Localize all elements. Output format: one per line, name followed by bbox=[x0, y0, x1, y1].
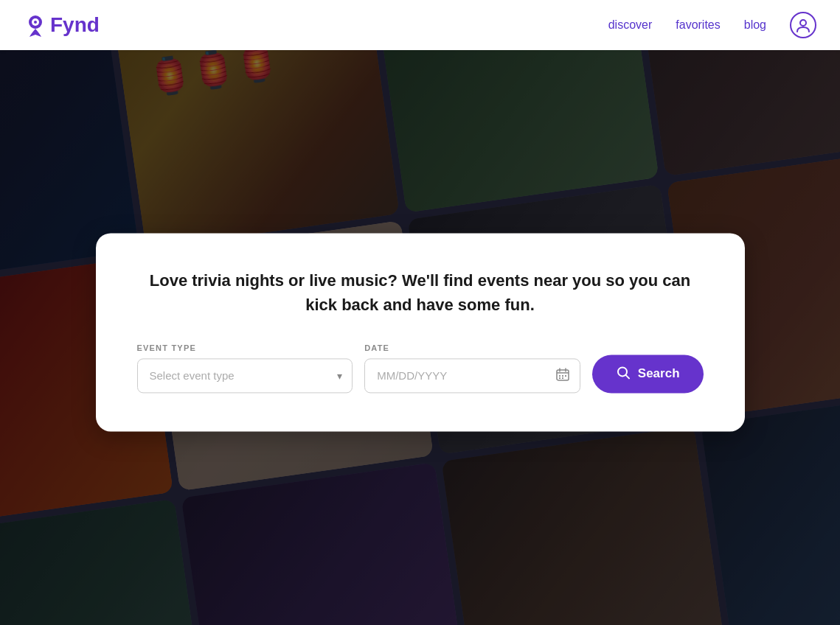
user-icon bbox=[795, 17, 811, 33]
logo[interactable]: Fynd bbox=[24, 13, 100, 37]
header: Fynd discover favorites blog bbox=[0, 0, 840, 50]
logo-text: Fynd bbox=[50, 13, 100, 37]
svg-point-3 bbox=[800, 20, 806, 26]
date-label: DATE bbox=[364, 343, 580, 352]
date-input[interactable] bbox=[364, 358, 580, 393]
date-input-wrapper bbox=[364, 358, 580, 393]
search-card: Love trivia nights or live music? We'll … bbox=[96, 233, 745, 431]
event-type-select[interactable]: Select event type Trivia Night Live Musi… bbox=[137, 358, 353, 393]
search-icon bbox=[616, 365, 631, 383]
user-avatar[interactable] bbox=[790, 12, 816, 38]
nav-blog[interactable]: blog bbox=[744, 18, 766, 32]
svg-line-14 bbox=[625, 374, 629, 378]
date-field-group: DATE bbox=[364, 343, 580, 393]
svg-point-2 bbox=[34, 21, 37, 24]
nav-discover[interactable]: discover bbox=[608, 18, 653, 32]
search-fields: EVENT TYPE Select event type Trivia Nigh… bbox=[137, 343, 704, 393]
main-nav: discover favorites blog bbox=[608, 12, 816, 38]
event-type-select-wrapper: Select event type Trivia Night Live Musi… bbox=[137, 358, 353, 393]
search-button-label: Search bbox=[638, 366, 680, 381]
nav-favorites[interactable]: favorites bbox=[676, 18, 720, 32]
search-button[interactable]: Search bbox=[592, 355, 704, 393]
search-headline: Love trivia nights or live music? We'll … bbox=[137, 268, 704, 317]
event-type-field-group: EVENT TYPE Select event type Trivia Nigh… bbox=[137, 343, 353, 393]
logo-icon bbox=[24, 13, 47, 37]
event-type-label: EVENT TYPE bbox=[137, 343, 353, 352]
